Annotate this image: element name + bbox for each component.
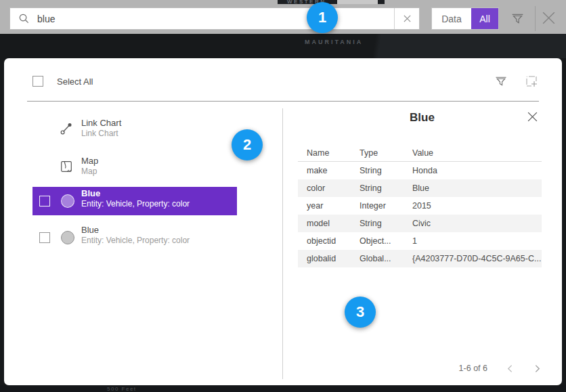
add-selection-icon[interactable] [525, 74, 538, 88]
column-header: Value [410, 148, 542, 158]
cell-value: 2015 [410, 201, 542, 211]
close-search-button[interactable] [540, 9, 557, 26]
toolbar-divider [535, 6, 536, 31]
panel-divider [27, 101, 539, 102]
cell-type: Integer [355, 201, 410, 211]
list-detail-divider [282, 108, 283, 379]
result-checkbox[interactable] [39, 232, 50, 243]
detail-close-button[interactable] [527, 111, 538, 123]
search-scope-toggle: Data All [431, 7, 499, 30]
entity-circle-icon [61, 231, 74, 244]
cell-name: model [298, 219, 355, 228]
cell-name: year [298, 201, 355, 211]
attribute-table: Name Type Value make String Honda color … [298, 145, 542, 267]
results-filter-icon[interactable] [494, 74, 508, 88]
result-title: Blue [81, 188, 100, 198]
result-title: Link Chart [81, 118, 121, 128]
pagination: 1-6 of 6 [282, 360, 542, 376]
map-label-mauritania: MAURITANIA [305, 39, 363, 45]
column-header: Type [355, 148, 410, 158]
search-results-panel: Select All Link Chart Link Chart Map Map… [4, 58, 562, 385]
cell-type: Object... [355, 236, 410, 246]
table-row: objectid Object... 1 [298, 232, 542, 250]
cell-name: color [298, 183, 355, 193]
detail-title: Blue [282, 111, 562, 125]
cell-value: Civic [410, 219, 542, 228]
result-subtitle: Entity: Vehicle, Property: color [81, 236, 190, 245]
cell-value: {A4203777-D70D-4C5C-9A65-C... [410, 254, 542, 263]
search-input[interactable] [30, 14, 394, 24]
map-peek-strip: WESTERN [278, 0, 385, 4]
annotation-callout-1: 1 [307, 2, 338, 33]
select-all-row: Select All [32, 76, 93, 87]
result-item-blue-selected[interactable]: Blue Entity: Vehicle, Property: color [32, 187, 237, 215]
result-checkbox[interactable] [39, 196, 50, 206]
clear-icon [403, 14, 412, 23]
result-subtitle: Entity: Vehicle, Property: color [81, 199, 190, 209]
result-subtitle: Link Chart [81, 129, 118, 138]
map-bottom-strip: 500 Feet [0, 385, 566, 392]
table-row: model String Civic [298, 215, 542, 232]
cell-value: Honda [410, 166, 542, 175]
table-row: year Integer 2015 [298, 197, 542, 215]
chevron-right-icon[interactable] [533, 364, 542, 373]
cell-type: String [355, 219, 410, 228]
scope-data-button[interactable]: Data [432, 8, 471, 29]
link-chart-icon [60, 122, 73, 135]
annotation-callout-2: 2 [232, 129, 263, 160]
result-title: Map [81, 156, 98, 166]
search-toolbar: WESTERN Data All [0, 0, 566, 34]
cell-value: Blue [410, 183, 542, 193]
result-title: Blue [81, 225, 99, 235]
map-scale-label: 500 Feet [107, 386, 137, 392]
entity-circle-icon [61, 194, 74, 208]
cell-type: String [355, 183, 410, 193]
result-item-map[interactable]: Map Map [32, 154, 237, 183]
map-background [0, 34, 566, 58]
close-icon [527, 111, 538, 123]
cell-type: String [355, 166, 410, 175]
cell-name: globalid [298, 254, 355, 263]
column-header: Name [298, 148, 355, 158]
map-icon [60, 160, 73, 173]
chevron-left-icon[interactable] [506, 364, 515, 373]
cell-name: make [298, 166, 355, 175]
cell-name: objectid [298, 236, 355, 246]
table-header-row: Name Type Value [298, 145, 542, 162]
result-subtitle: Map [81, 167, 97, 176]
close-icon [540, 9, 557, 26]
cell-value: 1 [410, 236, 542, 246]
result-item-blue[interactable]: Blue Entity: Vehicle, Property: color [32, 223, 237, 252]
select-all-label: Select All [57, 77, 93, 87]
pagination-count: 1-6 of 6 [459, 364, 487, 373]
map-widget-fragment [337, 0, 378, 4]
cell-type: Global... [355, 254, 410, 263]
filter-icon[interactable] [510, 12, 525, 26]
scope-all-button[interactable]: All [471, 8, 498, 29]
clear-search-button[interactable] [394, 8, 419, 29]
annotation-callout-3: 3 [345, 297, 376, 328]
table-row: make String Honda [298, 162, 542, 179]
search-box [9, 7, 420, 30]
result-item-link-chart[interactable]: Link Chart Link Chart [32, 116, 237, 145]
search-icon [18, 13, 30, 24]
select-all-checkbox[interactable] [32, 76, 43, 87]
table-row: globalid Global... {A4203777-D70D-4C5C-9… [298, 250, 542, 267]
table-row: color String Blue [298, 179, 542, 197]
